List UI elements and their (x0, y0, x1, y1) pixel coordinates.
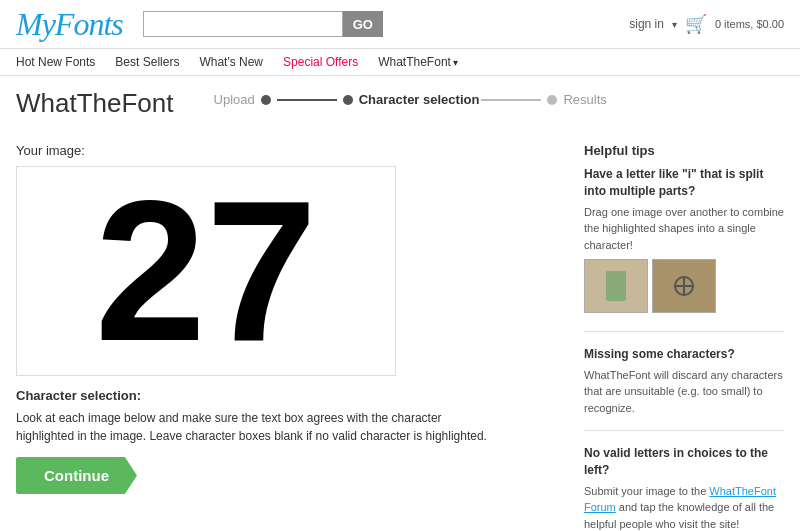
search-input[interactable] (143, 11, 343, 37)
tip-split-title: Have a letter like "i" that is split int… (584, 166, 784, 200)
tip-missing-title: Missing some characters? (584, 346, 784, 363)
big-number: 27 (95, 171, 317, 371)
main-layout: Your image: 27 Character selection: Look… (0, 127, 800, 531)
nav-whatthefont-label: WhatTheFont (378, 55, 451, 69)
tip-missing: Missing some characters? WhatTheFont wil… (584, 346, 784, 431)
step-dot-char (343, 95, 353, 105)
tip-img-letter (606, 271, 626, 301)
continue-button[interactable]: Continue (16, 457, 137, 494)
tip-missing-body: WhatTheFont will discard any characters … (584, 367, 784, 417)
tip-images (584, 259, 784, 313)
page-title-area: WhatTheFont (16, 88, 174, 127)
tip-no-valid: No valid letters in choices to the left?… (584, 445, 784, 531)
tip-img-after (652, 259, 716, 313)
crosshair (674, 276, 694, 296)
continue-btn-area: Continue (16, 457, 564, 494)
crosshair-circle (674, 276, 694, 296)
nav-special-offers[interactable]: Special Offers (283, 55, 358, 75)
nav-whatthefont[interactable]: WhatTheFont ▾ (378, 55, 458, 75)
steps-row: Upload Character selection Results (214, 92, 607, 107)
char-selection-title: Character selection: (16, 388, 564, 403)
step-upload: Upload (214, 92, 255, 107)
nav-best-sellers[interactable]: Best Sellers (115, 55, 179, 75)
nav-whatthefont-arrow: ▾ (453, 57, 458, 68)
image-display: 27 (16, 166, 396, 376)
tip-no-valid-title: No valid letters in choices to the left? (584, 445, 784, 479)
nav-hot-new-fonts[interactable]: Hot New Fonts (16, 55, 95, 75)
sign-in-link[interactable]: sign in (629, 17, 664, 31)
logo[interactable]: MyFonts (16, 8, 123, 40)
header: MyFonts GO sign in ▾ 🛒 0 items, $0.00 (0, 0, 800, 49)
nav: Hot New Fonts Best Sellers What's New Sp… (0, 49, 800, 76)
tip-split-body: Drag one image over another to combine t… (584, 204, 784, 254)
steps-area: Upload Character selection Results (214, 88, 607, 107)
nav-whats-new[interactable]: What's New (199, 55, 263, 75)
helpful-tips-title: Helpful tips (584, 143, 784, 158)
step-char-selection: Character selection (359, 92, 480, 107)
step-dot-upload (261, 95, 271, 105)
step-line-2 (481, 99, 541, 101)
search-area: GO (143, 11, 383, 37)
logo-area: MyFonts GO (16, 8, 383, 40)
step-dot-results (547, 95, 557, 105)
go-button[interactable]: GO (343, 11, 383, 37)
cart-icon[interactable]: 🛒 (685, 13, 707, 35)
right-sidebar: Helpful tips Have a letter like "i" that… (584, 143, 784, 531)
char-selection-desc: Look at each image below and make sure t… (16, 409, 496, 445)
your-image-label: Your image: (16, 143, 564, 158)
tip-no-valid-body: Submit your image to the WhatTheFont For… (584, 483, 784, 531)
step-results: Results (563, 92, 606, 107)
account-area: sign in ▾ 🛒 0 items, $0.00 (629, 13, 784, 35)
tip-split: Have a letter like "i" that is split int… (584, 166, 784, 332)
tip-img-before (584, 259, 648, 313)
left-content: Your image: 27 Character selection: Look… (16, 143, 564, 531)
whatthefont-forum-link[interactable]: WhatTheFont Forum (584, 485, 776, 514)
step-line-1 (277, 99, 337, 101)
page-title: WhatTheFont (16, 88, 174, 119)
progress-section: WhatTheFont Upload Character selection R… (0, 76, 800, 127)
cart-count: 0 items, $0.00 (715, 18, 784, 30)
sign-in-arrow: ▾ (672, 19, 677, 30)
